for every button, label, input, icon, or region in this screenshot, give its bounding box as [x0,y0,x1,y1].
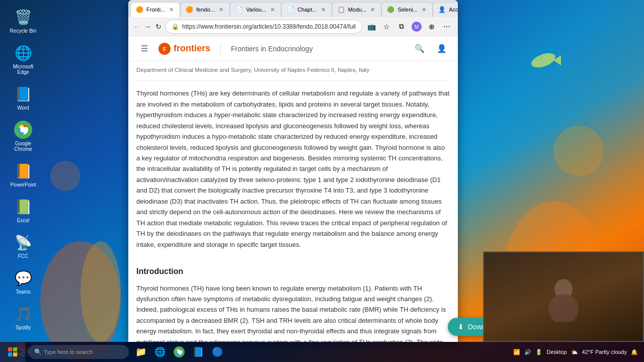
excel-label: Excel [17,218,29,223]
frontiers-logo-icon: F [158,43,171,55]
back-button[interactable]: ← [132,20,141,34]
taskbar-time-display[interactable]: Desktop [546,349,567,355]
refresh-button[interactable]: ↻ [154,20,163,34]
desktop-icon-teams[interactable]: 💬 Teams [5,266,41,297]
article-content[interactable]: Department of Clinical Medicine and Surg… [128,61,458,342]
logo-divider [220,43,221,55]
taskbar-chrome[interactable] [170,343,188,361]
spotify-label: Spotify [16,325,31,330]
more-button[interactable]: ⋯ [440,20,454,34]
desktop-icons-container: 🗑️ Recycle Bin 🌐 Microsoft Edge 📘 Word G… [5,5,41,362]
chapter-tab-label: Chapt... [297,7,317,13]
browser-window: 🟠 Fronti... ✕ 🟠 fendo... ✕ 📄 Variou... ✕… [128,0,458,342]
title-bar: 🟠 Fronti... ✕ 🟠 fendo... ✕ 📄 Variou... ✕… [128,0,458,17]
taskbar-weather-icon: ⛅ [571,349,578,355]
selenium-tab-label: Seleni... [397,7,418,13]
taskbar-search-box[interactable]: 🔍 Type here to search [28,345,129,359]
site-header: ☰ F frontiers Frontiers in Endocrinology… [128,36,458,61]
fendo-tab-favicon: 🟠 [186,6,193,13]
profile-button[interactable]: M [410,20,424,34]
taskbar-edge[interactable]: 🌐 [151,343,169,361]
taskbar-network-icon: 📶 [513,349,520,355]
svg-point-2 [80,241,121,342]
taskbar-search-icon: 🔍 [34,348,42,355]
taskbar-notifications-icon[interactable]: 🔔 [631,349,638,355]
address-bar[interactable]: 🔒 https://www.frontiersin.org/articles/1… [165,20,362,34]
chapter-tab-favicon: 📄 [287,6,294,13]
intro-paragraph-1: Thyroid hormones (TH) have long been kno… [136,283,450,342]
tabs-bar: 🟠 Fronti... ✕ 🟠 fendo... ✕ 📄 Variou... ✕… [128,0,458,17]
introduction-heading: Introduction [136,265,450,278]
webcam-overlay [483,251,644,342]
svg-point-5 [50,161,80,191]
recycle-bin-label: Recycle Bin [10,28,37,34]
journal-name: Frontiers in Endocrinology [231,45,313,53]
tab-fendo[interactable]: 🟠 fendo... ✕ [180,2,230,17]
taskbar-file-explorer[interactable]: 📁 [132,343,150,361]
spotify-icon: 🎵 [13,304,33,324]
tab-selenium[interactable]: 🟢 Seleni... ✕ [381,2,433,17]
taskbar-weather-text: 42°F Partly cloudy [582,349,627,355]
fcc-icon: 📡 [13,232,33,252]
taskbar-battery-icon: 🔋 [535,349,542,355]
tab-account[interactable]: 👤 Accou... ✕ [433,2,458,17]
various-tab-close[interactable]: ✕ [269,6,276,14]
module-tab-close[interactable]: ✕ [369,6,376,14]
nav-icons: 📺 ☆ ⧉ M ⊕ ⋯ [364,20,454,34]
powerpoint-icon: 📙 [13,161,33,181]
teams-label: Teams [16,289,30,295]
tab-frontiers[interactable]: 🟠 Fronti... ✕ [130,2,180,17]
desktop-icon-excel[interactable]: 📗 Excel [5,195,41,225]
desktop-icon-powerpoint[interactable]: 📙 PowerPoint [5,159,41,190]
affiliation-text: Department of Clinical Medicine and Surg… [136,61,450,81]
desktop-icon-microsoft-edge[interactable]: 🌐 Microsoft Edge [5,41,41,77]
cast-button[interactable]: 📺 [364,20,378,34]
fcc-label: FCC [18,253,29,259]
selenium-tab-close[interactable]: ✕ [421,6,427,14]
hamburger-icon: ☰ [141,44,148,53]
chapter-tab-close[interactable]: ✕ [320,6,327,14]
download-icon: ⬇ [458,323,464,331]
fendo-tab-close[interactable]: ✕ [218,6,224,14]
powerpoint-label: PowerPoint [10,182,36,188]
module-tab-favicon: 📋 [338,6,345,13]
edge-label: Microsoft Edge [7,64,39,75]
frontiers-logo[interactable]: F frontiers [158,43,210,55]
frontiers-logo-text: frontiers [174,43,210,54]
word-label: Word [17,105,29,111]
webcam-video [484,252,643,341]
desktop-icon-chrome[interactable]: Google Chrome [5,118,41,154]
desktop-icon-word[interactable]: 📘 Word [5,82,41,113]
tab-module[interactable]: 📋 Modu... ✕ [332,2,382,17]
svg-text:F: F [163,47,166,52]
svg-rect-20 [8,352,12,356]
start-button[interactable] [0,342,25,362]
bookmark-button[interactable]: ☆ [379,20,393,34]
split-button[interactable]: ⧉ [394,20,409,34]
frontiers-tab-close[interactable]: ✕ [168,6,175,14]
extensions-button[interactable]: ⊕ [425,20,439,34]
tab-various[interactable]: 📄 Variou... ✕ [230,2,281,17]
forward-button[interactable]: → [143,20,152,34]
svg-point-11 [20,127,26,133]
module-tab-label: Modu... [348,7,367,13]
desktop-icon-fcc[interactable]: 📡 FCC [5,230,41,261]
taskbar-cortana[interactable]: 🔵 [208,343,226,361]
lock-icon: 🔒 [172,23,179,30]
chrome-icon [13,120,33,140]
svg-point-24 [177,350,181,353]
chrome-label: Google Chrome [7,141,39,152]
user-profile-button[interactable]: 👤 [434,41,450,57]
hamburger-menu-button[interactable]: ☰ [136,41,152,57]
tab-chapter[interactable]: 📄 Chapt... ✕ [281,2,332,17]
frontiers-tab-favicon: 🟠 [136,6,143,13]
taskbar-sound-icon: 🔊 [524,349,531,355]
taskbar-word[interactable]: 📘 [189,343,207,361]
abstract-text: Thyroid hormones (THs) are key determina… [136,81,450,257]
desktop-icon-recycle-bin[interactable]: 🗑️ Recycle Bin [5,5,41,36]
svg-rect-18 [8,347,12,351]
desktop-icon-spotify[interactable]: 🎵 Spotify [5,302,41,332]
svg-rect-19 [13,347,17,351]
search-button[interactable]: 🔍 [412,41,428,57]
svg-point-6 [553,126,604,176]
